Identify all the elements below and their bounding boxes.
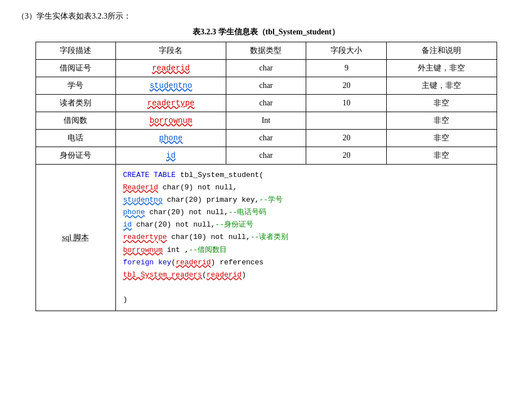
sql-label: sql 脚本 [62,233,90,242]
cell-desc: 学号 [35,77,116,95]
header-field: 字段名 [116,42,226,60]
cell-size [306,112,387,130]
cell-field: readerid [116,60,226,77]
field-name: phone [159,134,182,143]
cell-desc: 读者类别 [35,95,116,112]
cell-field: studentno [116,77,226,95]
field-name: readerid [152,64,190,73]
header-size: 字段大小 [306,42,387,60]
field-name: readertype [147,99,194,108]
cell-note: 非空 [387,95,497,112]
table-row: 读者类别 readertype char 10 非空 [35,95,497,112]
table-row: 借阅数 borrownum Int 非空 [35,112,497,130]
cell-note: 非空 [387,147,497,165]
cell-type: char [226,60,306,77]
cell-size: 20 [306,130,387,147]
field-name: borrownum [150,116,193,125]
cell-type: Int [226,112,306,130]
table-row: 学号 studentno char 20 主键，非空 [35,77,497,95]
header-note: 备注和说明 [387,42,497,60]
cell-note: 外主键，非空 [387,60,497,77]
cell-desc: 借阅证号 [35,60,116,77]
table-row: 借阅证号 readerid char 9 外主键，非空 [35,60,497,77]
table-title: 表3.2.3 学生信息表（tbl_System_student） [17,27,515,37]
cell-field: readertype [116,95,226,112]
cell-size: 20 [306,147,387,165]
main-table: 字段描述 字段名 数据类型 字段大小 备注和说明 借阅证号 readerid c… [35,42,497,311]
cell-note: 非空 [387,112,497,130]
field-name: id [166,151,176,160]
header-desc: 字段描述 [35,42,116,60]
table-row: 身份证号 id char 20 非空 [35,147,497,165]
sql-content: CREATE TABLE tbl_System_student( Readeri… [116,165,497,311]
sql-row: sql 脚本 CREATE TABLE tbl_System_student( … [35,165,497,311]
field-name: studentno [150,81,193,90]
cell-field: borrownum [116,112,226,130]
cell-note: 非空 [387,130,497,147]
cell-desc: 电话 [35,130,116,147]
cell-size: 20 [306,77,387,95]
cell-desc: 借阅数 [35,112,116,130]
cell-note: 主键，非空 [387,77,497,95]
intro-text: （3）学生实体表如表3.2.3所示： [17,11,515,21]
cell-type: char [226,147,306,165]
cell-field: id [116,147,226,165]
cell-field: phone [116,130,226,147]
header-type: 数据类型 [226,42,306,60]
cell-type: char [226,95,306,112]
cell-size: 10 [306,95,387,112]
table-row: 电话 phone char 20 非空 [35,130,497,147]
cell-type: char [226,77,306,95]
sql-label-cell: sql 脚本 [35,165,116,311]
cell-type: char [226,130,306,147]
cell-size: 9 [306,60,387,77]
table-header-row: 字段描述 字段名 数据类型 字段大小 备注和说明 [35,42,497,60]
cell-desc: 身份证号 [35,147,116,165]
